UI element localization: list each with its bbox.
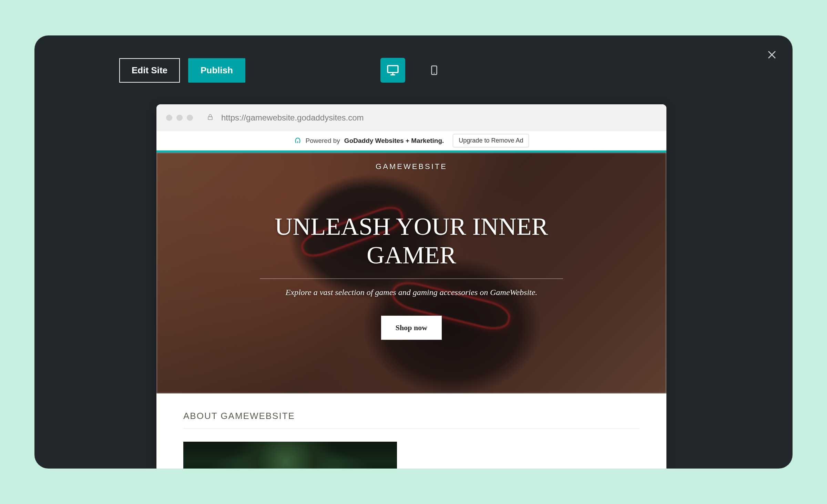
desktop-icon [386, 63, 400, 77]
publish-button[interactable]: Publish [188, 58, 245, 83]
shop-now-button[interactable]: Shop now [381, 316, 442, 340]
promo-prefix: Powered by [306, 137, 340, 145]
hero-subheading: Explore a vast selection of games and ga… [156, 288, 666, 297]
window-dot [176, 115, 183, 121]
desktop-view-button[interactable] [380, 58, 405, 83]
url-display: https://gamewebsite.godaddysites.com [221, 113, 364, 123]
preview-modal: Edit Site Publish https://gamewebsite.go… [34, 35, 793, 469]
browser-chrome: https://gamewebsite.godaddysites.com [156, 104, 666, 131]
site-preview-frame: https://gamewebsite.godaddysites.com Pow… [156, 104, 666, 469]
about-heading: ABOUT GAMEWEBSITE [183, 411, 640, 429]
window-controls [166, 115, 193, 121]
about-section: ABOUT GAMEWEBSITE [156, 393, 666, 469]
close-button[interactable] [765, 48, 779, 62]
hero-divider [260, 279, 563, 279]
mobile-icon [429, 64, 439, 77]
promo-brand: GoDaddy Websites + Marketing. [344, 137, 444, 145]
hero-section: GAMEWEBSITE UNLEASH YOUR INNER GAMER Exp… [156, 153, 666, 393]
godaddy-logo-icon [294, 137, 302, 145]
edit-site-button[interactable]: Edit Site [119, 58, 180, 83]
svg-rect-2 [388, 66, 398, 73]
mobile-view-button[interactable] [422, 58, 447, 83]
toolbar: Edit Site Publish [119, 57, 708, 84]
lock-icon [207, 113, 214, 122]
about-image [183, 442, 397, 469]
upgrade-button[interactable]: Upgrade to Remove Ad [453, 134, 529, 147]
close-icon [766, 49, 778, 61]
window-dot [166, 115, 172, 121]
promo-bar: Powered by GoDaddy Websites + Marketing.… [156, 131, 666, 150]
svg-rect-7 [208, 117, 212, 119]
site-name: GAMEWEBSITE [156, 162, 666, 171]
hero-headline: UNLEASH YOUR INNER GAMER [260, 212, 563, 270]
window-dot [187, 115, 193, 121]
